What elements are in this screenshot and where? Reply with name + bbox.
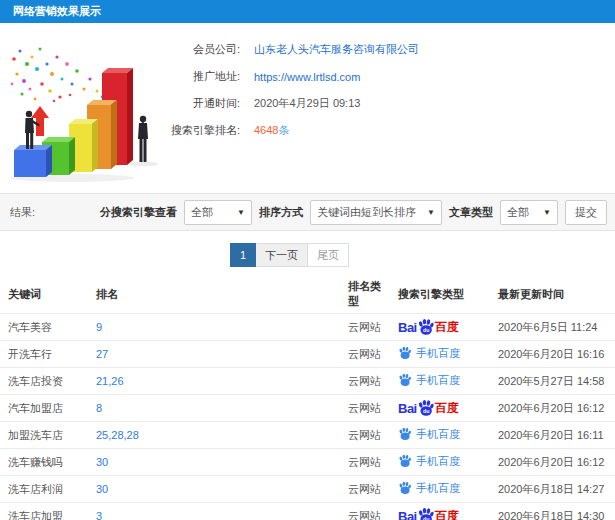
update-time-cell: 2020年6月20日 16:11 <box>490 422 615 449</box>
engine-filter-select[interactable]: 全部 ▼ <box>184 200 252 225</box>
header-rank: 排名 <box>88 279 340 314</box>
keyword-cell: 洗车赚钱吗 <box>0 449 88 476</box>
filter-controls: 分搜索引擎查看 全部 ▼ 排序方式 关键词由短到长排序 ▼ 文章类型 全部 ▼ … <box>100 200 607 225</box>
baidu-paw-icon <box>398 427 412 441</box>
info-section: 会员公司: 山东老人头汽车服务咨询有限公司 推广地址: https://www.… <box>0 23 615 193</box>
svg-text:du: du <box>423 408 429 414</box>
open-time-value: 2020年4月29日 09:13 <box>254 96 360 111</box>
results-tbody: 汽车美容 9 云网站 Bai du 百度 2020年6月5日 11:24 开洗车… <box>0 314 615 520</box>
mobile-baidu-logo: 手机百度 <box>398 346 460 361</box>
rank-cell[interactable]: 3 <box>88 503 340 520</box>
sort-filter-select[interactable]: 关键词由短到长排序 ▼ <box>310 200 442 225</box>
submit-button[interactable]: 提交 <box>565 200 607 225</box>
businessman-right <box>138 116 148 162</box>
chevron-down-icon: ▼ <box>427 208 435 217</box>
results-table: 关键词 排名 排名类型 搜索引擎类型 最新更新时间 汽车美容 9 云网站 Bai… <box>0 279 615 520</box>
pagination: 1 下一页 尾页 <box>230 243 349 267</box>
mobile-baidu-logo: 手机百度 <box>398 454 460 469</box>
rank-cell[interactable]: 30 <box>88 449 340 476</box>
rank-type-cell: 云网站 <box>340 476 390 503</box>
rank-cell[interactable]: 21,26 <box>88 368 340 395</box>
rank-type-cell: 云网站 <box>340 449 390 476</box>
pagination-wrap: 1 下一页 尾页 <box>0 231 597 279</box>
svg-text:du: du <box>423 516 429 520</box>
chevron-down-icon: ▼ <box>237 208 245 217</box>
baidu-paw-icon <box>398 481 412 495</box>
rank-cell[interactable]: 30 <box>88 476 340 503</box>
keyword-cell: 汽车加盟店 <box>0 395 88 422</box>
info-row-open-time: 开通时间: 2020年4月29日 09:13 <box>150 90 419 117</box>
sort-filter-label: 排序方式 <box>259 205 303 220</box>
rank-count-number: 4648 <box>254 124 278 136</box>
header-engine-type: 搜索引擎类型 <box>390 279 490 314</box>
table-row: 汽车美容 9 云网站 Bai du 百度 2020年6月5日 11:24 <box>0 314 615 341</box>
baidu-paw-icon <box>398 454 412 468</box>
sort-filter-value: 关键词由短到长排序 <box>317 205 416 220</box>
rank-count-value: 4648条 <box>254 123 289 138</box>
article-type-select[interactable]: 全部 ▼ <box>500 200 558 225</box>
baidu-logo: Bai du 百度 <box>398 399 459 417</box>
figure-shadow <box>128 162 158 167</box>
keyword-cell: 洗车店加盟 <box>0 503 88 520</box>
rank-type-cell: 云网站 <box>340 368 390 395</box>
mobile-baidu-logo: 手机百度 <box>398 481 460 496</box>
rank-cell[interactable]: 9 <box>88 314 340 341</box>
header-rank-type: 排名类型 <box>340 279 390 314</box>
rank-type-cell: 云网站 <box>340 341 390 368</box>
header-keyword: 关键词 <box>0 279 88 314</box>
table-row: 洗车赚钱吗 30 云网站 手机百度 2020年6月20日 16:12 <box>0 449 615 476</box>
member-info-list: 会员公司: 山东老人头汽车服务咨询有限公司 推广地址: https://www.… <box>150 36 419 144</box>
baidu-paw-icon <box>398 346 412 360</box>
page: 网络营销效果展示 <box>0 0 615 520</box>
result-label: 结果: <box>10 205 35 220</box>
update-time-cell: 2020年6月20日 16:12 <box>490 395 615 422</box>
table-row: 洗车店利润 30 云网站 手机百度 2020年6月18日 14:27 <box>0 476 615 503</box>
pagination-next-button[interactable]: 下一页 <box>256 243 308 267</box>
baidu-paw-icon: du <box>417 399 435 417</box>
bar-blue <box>14 145 52 177</box>
update-time-cell: 2020年6月5日 11:24 <box>490 314 615 341</box>
header-update-time: 最新更新时间 <box>490 279 615 314</box>
engine-cell: 手机百度 <box>390 368 490 395</box>
keyword-cell: 加盟洗车店 <box>0 422 88 449</box>
pagination-last-button[interactable]: 尾页 <box>308 243 349 267</box>
company-link[interactable]: 山东老人头汽车服务咨询有限公司 <box>254 42 419 57</box>
rank-cell[interactable]: 25,28,28 <box>88 422 340 449</box>
engine-filter-label: 分搜索引擎查看 <box>100 205 177 220</box>
rank-type-cell: 云网站 <box>340 503 390 520</box>
promotion-url-link[interactable]: https://www.lrtlsd.com <box>254 71 360 83</box>
filter-bar: 结果: 分搜索引擎查看 全部 ▼ 排序方式 关键词由短到长排序 ▼ 文章类型 全… <box>0 193 615 231</box>
baidu-paw-icon <box>398 373 412 387</box>
article-type-value: 全部 <box>507 205 529 220</box>
promotion-url-label: 推广地址: <box>150 69 240 84</box>
table-row: 加盟洗车店 25,28,28 云网站 手机百度 2020年6月20日 16:11 <box>0 422 615 449</box>
mobile-baidu-logo: 手机百度 <box>398 427 460 442</box>
rank-cell[interactable]: 27 <box>88 341 340 368</box>
info-row-rank-count: 搜索引擎排名: 4648条 <box>150 117 419 144</box>
rank-type-cell: 云网站 <box>340 422 390 449</box>
info-row-company: 会员公司: 山东老人头汽车服务咨询有限公司 <box>150 36 419 63</box>
mobile-baidu-logo: 手机百度 <box>398 373 460 388</box>
engine-filter-value: 全部 <box>191 205 213 220</box>
rank-type-cell: 云网站 <box>340 395 390 422</box>
keyword-cell: 洗车店投资 <box>0 368 88 395</box>
update-time-cell: 2020年6月20日 16:16 <box>490 341 615 368</box>
table-row: 洗车店加盟 3 云网站 Bai du 百度 2020年6月18日 14:30 <box>0 503 615 520</box>
table-row: 开洗车行 27 云网站 手机百度 2020年6月20日 16:16 <box>0 341 615 368</box>
rank-type-cell: 云网站 <box>340 314 390 341</box>
rank-cell[interactable]: 8 <box>88 395 340 422</box>
header-bar: 网络营销效果展示 <box>0 0 615 23</box>
table-header-row: 关键词 排名 排名类型 搜索引擎类型 最新更新时间 <box>0 279 615 314</box>
keyword-cell: 汽车美容 <box>0 314 88 341</box>
engine-cell: 手机百度 <box>390 341 490 368</box>
keyword-cell: 洗车店利润 <box>0 476 88 503</box>
update-time-cell: 2020年6月18日 14:27 <box>490 476 615 503</box>
pagination-page-1[interactable]: 1 <box>230 243 256 267</box>
update-time-cell: 2020年6月18日 14:30 <box>490 503 615 520</box>
baidu-paw-icon: du <box>417 507 435 520</box>
engine-cell: Bai du 百度 <box>390 395 490 422</box>
table-row: 洗车店投资 21,26 云网站 手机百度 2020年5月27日 14:58 <box>0 368 615 395</box>
baidu-logo: Bai du 百度 <box>398 318 459 336</box>
engine-cell: 手机百度 <box>390 422 490 449</box>
open-time-label: 开通时间: <box>150 96 240 111</box>
